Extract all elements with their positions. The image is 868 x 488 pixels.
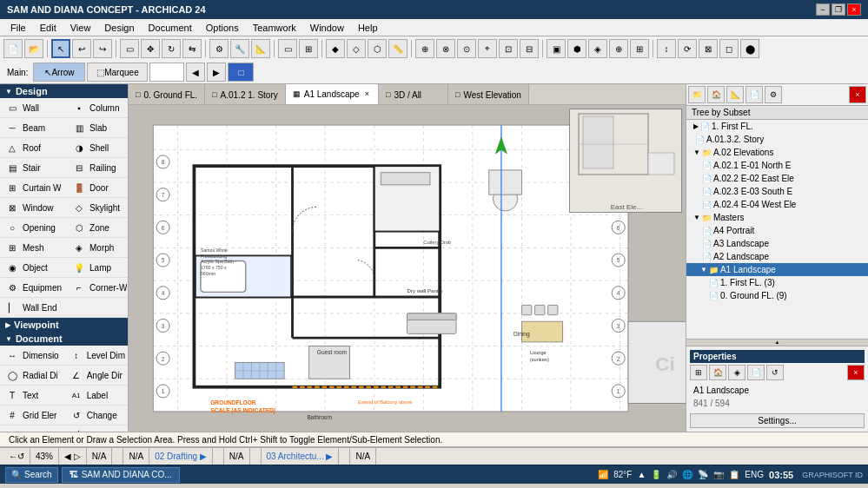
tb-arrow-tool[interactable]: ↖ Arrow [33,63,85,82]
viewpoint-section-header[interactable]: ▶ Viewpoint [0,318,128,332]
tool-gridelem[interactable]: # Grid Eler [0,406,64,425]
tb-marquee-tool[interactable]: ⬚ Marquee [87,63,148,82]
tree-item-a4[interactable]: 📄 A4 Portrait [686,224,868,237]
tb-view2[interactable]: ⬢ [567,39,586,58]
panel-collapse-handle[interactable]: ▲ [686,339,868,346]
tree-item-south[interactable]: 📄 A.02.3 E-03 South E [686,185,868,198]
tb-rotate[interactable]: ↻ [162,39,181,58]
restore-button[interactable]: ❐ [832,3,845,16]
props-btn-refresh[interactable]: ↺ [766,365,784,380]
tb-snap6[interactable]: ⊟ [520,39,539,58]
menu-view[interactable]: View [63,21,98,35]
tool-corner[interactable]: ⌐ Corner-W [67,278,129,298]
tool-object[interactable]: ◉ Object [0,258,67,278]
tree-btn-5[interactable]: ⚙ [765,86,782,103]
start-search-button[interactable]: 🔍 Search [5,467,58,483]
props-btn-3[interactable]: ◈ [728,365,745,380]
tb-view4[interactable]: ⊕ [609,39,628,58]
tool-equipment[interactable]: ⚙ Equipmen [0,278,67,298]
tool-radialdim[interactable]: ◯ Radial Di [0,366,64,386]
tool-shell[interactable]: ◑ Shell [67,138,129,158]
tab-west[interactable]: □ West Elevation [448,84,529,105]
tool-morph[interactable]: ◈ Morph [67,238,129,258]
tb-select[interactable]: ▭ [120,39,139,58]
props-btn-2[interactable]: 🏠 [709,365,726,380]
tb-view3[interactable]: ◈ [588,39,607,58]
tool-stair[interactable]: ▤ Stair [0,158,67,178]
tree-item-firstfl[interactable]: ▶ 📄 1. First FL. [686,120,868,133]
tb-new[interactable]: 📄 [3,39,23,58]
tool-leveldim[interactable]: ↕ Level Dim [64,346,129,366]
tool-opening[interactable]: ○ Opening [0,218,67,238]
tree-item-north[interactable]: 📄 A.02.1 E-01 North E [686,159,868,172]
tb-wall[interactable]: ▭ [278,39,297,58]
tree-btn-4[interactable]: 📄 [745,86,763,103]
document-section-header[interactable]: ▼ Document [0,332,128,346]
tb-arrow[interactable]: ↖ [51,39,70,58]
tb-view5[interactable]: ⊞ [630,39,649,58]
menu-options[interactable]: Options [199,21,246,35]
tab-3d[interactable]: □ 3D / All [379,84,448,105]
tb-measure[interactable]: 📏 [388,39,407,58]
tool-change[interactable]: ↺ Change [64,406,129,425]
tree-item-a3[interactable]: 📄 A3 Landscape [686,237,868,250]
tree-btn-3[interactable]: 📐 [726,86,744,103]
tb-3d3[interactable]: ⬡ [368,39,387,58]
tool-railing[interactable]: ⊟ Railing [67,158,129,178]
tb-move[interactable]: ✥ [141,39,160,58]
tab-landscape[interactable]: ▦ A1 Landscape × [286,84,379,105]
tool-fill[interactable]: ▨ Fill [0,425,64,432]
tree-item-west[interactable]: 📄 A.02.4 E-04 West Ele [686,198,868,211]
tool-skylight[interactable]: ◇ Skylight [67,198,129,218]
status-zoom[interactable]: 43% [30,448,59,465]
tb-settings3[interactable]: 📐 [251,39,270,58]
tool-column[interactable]: ▪ Column [67,98,129,118]
tool-wall[interactable]: ▭ Wall [0,98,67,118]
tool-curtain[interactable]: ⊞ Curtain W [0,178,67,198]
menu-edit[interactable]: Edit [33,21,63,35]
tb-misc3[interactable]: ⊠ [699,39,718,58]
tab-close-landscape[interactable]: × [363,89,371,99]
tb-misc4[interactable]: ◻ [719,39,739,58]
status-nav[interactable]: ←↺ [3,448,30,465]
status-arch[interactable]: 03 Architectu... ▶ [262,448,340,465]
tb-input1[interactable] [149,63,184,82]
tree-item-story[interactable]: 📄 A.01.3.2. Story [686,133,868,146]
tool-slab[interactable]: ▥ Slab [67,118,129,138]
props-btn-close[interactable]: × [847,365,865,380]
tb-snap2[interactable]: ⊗ [436,39,455,58]
close-button[interactable]: × [847,3,861,16]
status-nav2[interactable]: ◀ ▷ [59,448,87,465]
tb-misc5[interactable]: ⬤ [740,39,759,58]
tool-mesh[interactable]: ⊞ Mesh [0,238,67,258]
tree-item-firstfl-sub[interactable]: 📄 1. First FL. (3) [686,276,868,289]
status-drafting[interactable]: 02 Drafting ▶ [149,448,213,465]
tb-redo[interactable]: ↪ [93,39,112,58]
tool-line[interactable]: ╱ Line [64,425,129,432]
design-section-header[interactable]: ▼ Design [0,84,128,98]
tree-item-masters[interactable]: ▼ 📁 Masters [686,211,868,224]
tree-item-elevations[interactable]: ▼ 📁 A.02 Elevations [686,146,868,159]
menu-design[interactable]: Design [97,21,141,35]
tree-item-a1[interactable]: ▼ 📁 A1 Landscape [686,263,868,276]
tab-ground[interactable]: □ 0. Ground FL. [129,84,205,105]
tb-grid[interactable]: ⊞ [299,39,318,58]
tree-btn-2[interactable]: 🏠 [707,86,725,103]
tab-story[interactable]: □ A.01.2 1. Story [205,84,286,105]
tree-item-a2[interactable]: 📄 A2 Landscape [686,250,868,263]
tool-wallend[interactable]: ▏ Wall End [0,298,129,318]
tb-view1[interactable]: ▣ [547,39,566,58]
tree-close-btn[interactable]: × [849,86,866,103]
tool-lamp[interactable]: 💡 Lamp [67,258,129,278]
tool-label[interactable]: A1 Label [64,386,129,406]
minimize-button[interactable]: − [816,3,830,16]
menu-file[interactable]: File [3,21,33,35]
tree-item-ground-sub[interactable]: 📄 0. Ground FL. (9) [686,289,868,302]
tb-undo[interactable]: ↩ [72,39,91,58]
tb-snap5[interactable]: ⊡ [499,39,518,58]
canvas-area[interactable]: Ci [129,105,686,432]
tool-door[interactable]: 🚪 Door [67,178,129,198]
tb-3d2[interactable]: ◇ [347,39,366,58]
menu-document[interactable]: Document [142,21,199,35]
props-btn-4[interactable]: 📄 [747,365,765,380]
